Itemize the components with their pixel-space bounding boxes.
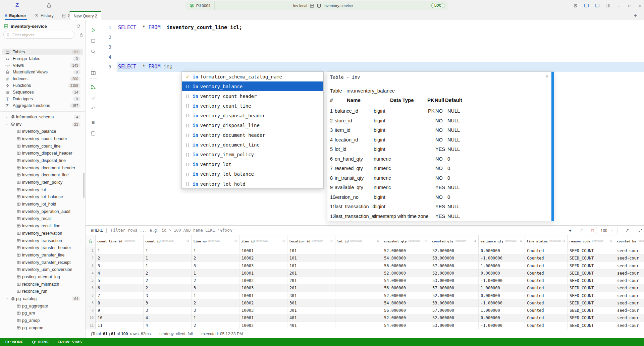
search-active-button[interactable]	[86, 58, 101, 66]
cell-count_id[interactable]: 3	[144, 307, 192, 314]
cell-variance_qty[interactable]: 1.000000	[479, 284, 525, 291]
cell-snapshot_qty[interactable]: 56.000000	[382, 262, 430, 269]
cell-counted_by[interactable]: seed-cour	[615, 314, 644, 321]
row-filter-input[interactable]	[110, 228, 313, 233]
cell-item_id[interactable]: 10002	[239, 277, 287, 284]
cell-line_no[interactable]: 2	[192, 299, 239, 306]
row-number[interactable]: 5	[86, 277, 96, 284]
refresh-icon[interactable]	[76, 24, 80, 28]
panel-scrollbar[interactable]	[551, 72, 554, 221]
cell-variance_qty[interactable]: 0.000000	[479, 270, 525, 277]
cell-location_id[interactable]: 401	[287, 322, 335, 329]
search-icon[interactable]	[186, 239, 190, 243]
tab-history[interactable]: History	[34, 13, 54, 18]
cell-count_line_id[interactable]: 9	[96, 307, 144, 314]
tree-table-inventory_reservation[interactable]: inventory_reservation	[0, 230, 85, 237]
column-header-location_id[interactable]: location_idunknown	[287, 235, 335, 247]
copy-icon[interactable]	[578, 227, 585, 234]
cell-variance_qty[interactable]: -1.000000	[479, 322, 525, 329]
check-button[interactable]	[86, 94, 101, 102]
cell-reason_code[interactable]: SEED_COUNT	[568, 307, 615, 314]
search-icon[interactable]	[425, 239, 428, 243]
cell-counted_by[interactable]: seed-cour	[615, 270, 644, 277]
cell-reason_code[interactable]: SEED_COUNT	[568, 247, 615, 254]
cell-reason_code[interactable]: SEED_COUNT	[568, 314, 615, 321]
sidebar-scrollbar[interactable]	[83, 173, 85, 198]
cell-line_no[interactable]: 3	[192, 307, 239, 314]
cell-count_line_id[interactable]: 5	[96, 277, 144, 284]
search-icon[interactable]	[473, 239, 477, 243]
cell-lot_id[interactable]	[335, 270, 382, 277]
cell-counted_qty[interactable]: 52.000000	[430, 247, 479, 254]
cell-variance_qty[interactable]: 0.000000	[479, 292, 525, 299]
new-tab-button[interactable]: +	[634, 12, 637, 18]
cell-variance_qty[interactable]: 0.000000	[479, 314, 525, 321]
cell-line_no[interactable]: 3	[192, 284, 239, 291]
autocomplete-item[interactable]: {}inventory_disposal_line	[182, 120, 323, 130]
cell-lot_id[interactable]	[335, 307, 382, 314]
autocomplete-item[interactable]: {}inventory_lot	[182, 160, 323, 169]
cell-item_id[interactable]: 10002	[239, 254, 287, 262]
cell-item_id[interactable]: 10001	[239, 314, 287, 321]
cell-variance_qty[interactable]: 1.000000	[479, 307, 525, 314]
cell-count_id[interactable]: 2	[144, 277, 192, 284]
cell-item_id[interactable]: 10003	[239, 262, 287, 269]
column-header-counted_qty[interactable]: counted_qtyunknown	[430, 235, 479, 247]
cell-snapshot_qty[interactable]: 52.000000	[382, 314, 430, 321]
autocomplete-item[interactable]: {}inventory_document_line	[182, 140, 323, 150]
chevron-down-icon[interactable]	[4, 297, 9, 300]
sidebar-item-data-types[interactable]: TData types0	[2, 96, 83, 102]
autocomplete-item[interactable]: information_schema_catalog_name	[182, 72, 323, 81]
sidebar-item-aggregate-functions[interactable]: ΣAggregate functions157	[2, 102, 83, 109]
cell-location_id[interactable]: 201	[287, 277, 335, 284]
tab-new-query-2[interactable]: New Query 2	[69, 11, 101, 20]
autocomplete-item[interactable]: {}inventory_balance	[182, 81, 323, 91]
search-icon[interactable]	[282, 239, 285, 243]
tree-table-inventory_item_policy[interactable]: inventory_item_policy	[0, 179, 85, 186]
cell-lot_id[interactable]	[335, 322, 382, 329]
column-header-counted_by[interactable]: counted_byunknown	[615, 235, 644, 247]
cell-snapshot_qty[interactable]: 54.000000	[382, 277, 430, 284]
cell-snapshot_qty[interactable]: 56.000000	[382, 284, 430, 291]
autocomplete-item[interactable]: {}inventory_disposal_header	[182, 111, 323, 120]
cell-count_id[interactable]: 1	[144, 247, 192, 254]
tree-table-inventory_transfer_receipt[interactable]: inventory_transfer_receipt	[0, 259, 85, 266]
cell-counted_qty[interactable]: 53.000000	[430, 299, 479, 306]
cell-counted_by[interactable]: seed-cour	[615, 322, 644, 329]
column-header-snapshot_qty[interactable]: snapshot_qtyunknown	[382, 235, 430, 247]
cell-location_id[interactable]: 401	[287, 314, 335, 321]
close-icon[interactable]: ×	[545, 73, 548, 79]
maximize-icon[interactable]: ○	[626, 2, 633, 9]
search-icon[interactable]	[520, 239, 523, 243]
column-header-count_line_id[interactable]: count_line_idunknown	[96, 235, 144, 247]
select-block-button[interactable]	[86, 129, 101, 137]
cell-variance_qty[interactable]: 0.000000	[479, 247, 525, 254]
chevron-down-icon[interactable]	[4, 123, 9, 126]
connection-pill[interactable]: PJ 0004 inv local inventory-service LOC	[185, 1, 448, 10]
cell-line_no[interactable]: 3	[192, 262, 239, 269]
cell-reason_code[interactable]: SEED_COUNT	[568, 254, 615, 262]
cell-count_line_id[interactable]: 10	[96, 314, 144, 321]
expand-icon[interactable]	[637, 227, 644, 234]
row-number[interactable]: 10	[86, 314, 96, 321]
tree-table-inventory_transfer_line[interactable]: inventory_transfer_line	[0, 251, 85, 259]
cell-reason_code[interactable]: SEED_COUNT	[568, 322, 615, 329]
cell-snapshot_qty[interactable]: 52.000000	[382, 270, 430, 277]
cell-reason_code[interactable]: SEED_COUNT	[568, 262, 615, 269]
cell-location_id[interactable]: 101	[287, 247, 335, 254]
cell-line_no[interactable]: 1	[192, 247, 239, 254]
cell-line_no[interactable]: 2	[192, 254, 239, 262]
tree-table-pg_aggregate[interactable]: pg_aggregate	[0, 302, 85, 310]
cell-counted_qty[interactable]: 52.000000	[430, 270, 479, 277]
cell-line_status[interactable]: Counted	[525, 247, 568, 254]
row-number[interactable]: 2	[86, 254, 96, 262]
tree-table-reconcile_mismatch[interactable]: reconcile_mismatch	[0, 281, 85, 288]
cell-line_no[interactable]: 2	[192, 322, 239, 329]
cell-counted_qty[interactable]: 57.000000	[430, 307, 479, 314]
cell-location_id[interactable]: 301	[287, 299, 335, 306]
cell-counted_by[interactable]: seed-cour	[615, 284, 644, 291]
cell-item_id[interactable]: 10001	[239, 292, 287, 299]
row-number[interactable]: 6	[86, 284, 96, 291]
tree-table-inventory_balance[interactable]: inventory_balance	[0, 128, 85, 135]
database-segment[interactable]: inv local inventory-service	[215, 3, 431, 8]
